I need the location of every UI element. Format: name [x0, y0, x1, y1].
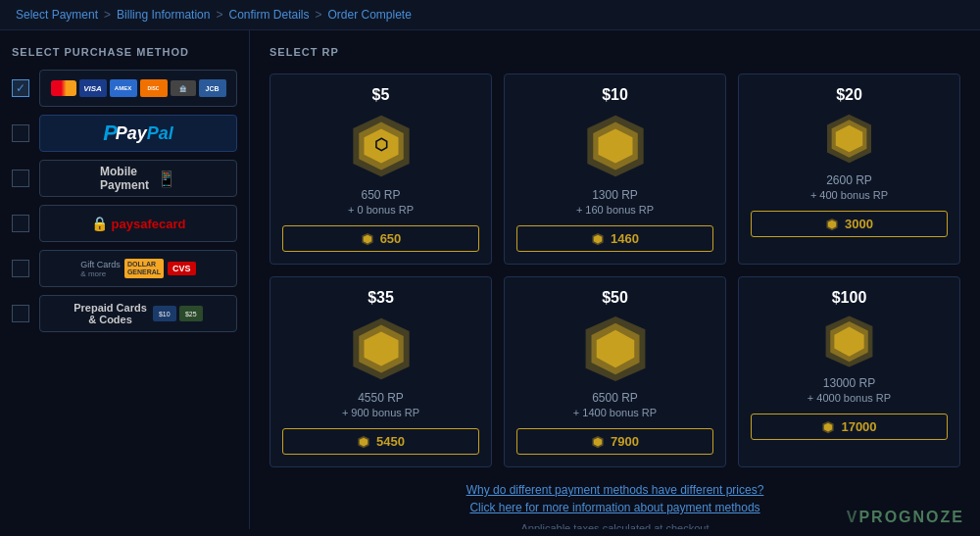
rp-card-10[interactable]: $10 1300 RP + 160 bonus RP 1460 — [504, 73, 726, 265]
prepaid-label: Prepaid Cards& Codes — [74, 302, 147, 325]
paypal-label: PayPal — [116, 123, 173, 144]
sidebar-title: SELECT PURCHASE METHOD — [12, 46, 237, 58]
payment-option-mobile: MobilePayment 📱 — [12, 160, 237, 197]
rp-btn-icon-100 — [821, 420, 835, 434]
breadcrumb: Select Payment > Billing Information > C… — [0, 0, 980, 30]
main-container: SELECT PURCHASE METHOD VISA AMEX DISC 🏦 … — [0, 30, 980, 529]
content-title: SELECT RP — [270, 46, 960, 58]
payment-checkbox-prepaid[interactable] — [12, 305, 29, 322]
rp-bonus-10: + 160 bonus RP — [516, 204, 713, 216]
rp-icon-10 — [581, 112, 650, 180]
rp-select-btn-35[interactable]: 5450 — [282, 428, 479, 455]
rp-amount-5: 650 RP — [282, 188, 479, 202]
payment-checkbox-cards[interactable] — [12, 79, 29, 97]
rp-amount-20: 2600 RP — [751, 173, 948, 187]
rp-price-100: $100 — [751, 289, 948, 307]
paysafe-label: paysafecard — [112, 217, 186, 231]
rp-card-5[interactable]: $5 ⬡ 650 RP + 0 bonus RP 6 — [270, 73, 492, 265]
watermark-text: VPROGNOZE — [847, 509, 964, 525]
rp-bonus-100: + 4000 bonus RP — [751, 392, 948, 404]
breadcrumb-confirm[interactable]: Confirm Details — [228, 8, 309, 22]
payment-btn-paysafe[interactable]: 🔒 paysafecard — [39, 205, 237, 242]
rp-bonus-50: + 1400 bonus RP — [516, 407, 713, 418]
rp-card-50[interactable]: $50 6500 RP + 1400 bonus RP 7900 — [504, 276, 726, 467]
rp-price-10: $10 — [516, 86, 713, 104]
rp-btn-icon-35 — [357, 435, 370, 449]
rp-total-value-10: 1460 — [611, 231, 639, 246]
rp-price-50: $50 — [516, 289, 713, 307]
rp-icon-100 — [822, 315, 876, 368]
payment-option-cards: VISA AMEX DISC 🏦 JCB — [12, 70, 237, 107]
rp-total-value-20: 3000 — [845, 217, 873, 231]
visa-icon: VISA — [79, 79, 107, 97]
payment-option-paysafe: 🔒 paysafecard — [12, 205, 237, 242]
payment-btn-mobile[interactable]: MobilePayment 📱 — [39, 160, 237, 197]
rp-price-5: $5 — [282, 86, 479, 104]
payment-btn-giftcards[interactable]: Gift Cards & more DOLLARGENERAL CVS — [39, 250, 237, 287]
mobile-icon: 📱 — [157, 170, 176, 188]
rp-icon-5: ⬡ — [347, 112, 416, 180]
rp-select-btn-10[interactable]: 1460 — [516, 225, 713, 252]
rp-price-35: $35 — [282, 289, 479, 307]
maestro-icon: 🏦 — [171, 80, 196, 96]
rp-bonus-20: + 400 bonus RP — [751, 189, 948, 201]
rp-card-100[interactable]: $100 13000 RP + 4000 bonus RP 17000 — [738, 276, 960, 467]
rp-btn-icon-10 — [591, 232, 605, 246]
rp-card-20[interactable]: $20 2600 RP + 400 bonus RP 3000 — [738, 73, 960, 265]
breadcrumb-billing[interactable]: Billing Information — [117, 8, 210, 22]
payment-checkbox-mobile[interactable] — [12, 170, 29, 187]
payment-checkbox-paypal[interactable] — [12, 124, 29, 142]
prepaid-card-images: $10 $25 — [153, 306, 203, 321]
breadcrumb-select-payment[interactable]: Select Payment — [16, 8, 98, 22]
payment-checkbox-paysafe[interactable] — [12, 215, 29, 232]
rp-total-value-50: 7900 — [611, 434, 639, 449]
discover-icon: DISC — [140, 79, 168, 97]
rp-bonus-35: + 900 bonus RP — [282, 407, 479, 418]
rp-bonus-5: + 0 bonus RP — [282, 204, 479, 216]
rp-select-btn-5[interactable]: 650 — [282, 225, 479, 252]
rp-icon-35 — [347, 315, 416, 383]
rp-icon-20 — [822, 112, 876, 166]
rp-select-btn-100[interactable]: 17000 — [751, 414, 948, 440]
pricing-info-link[interactable]: Why do different payment methods have di… — [270, 483, 960, 497]
prepaid-card-img-1: $10 — [153, 306, 176, 321]
paysafe-lock-icon: 🔒 — [91, 216, 108, 231]
amex-icon: AMEX — [110, 79, 137, 97]
dollar-general-badge: DOLLARGENERAL — [124, 259, 164, 277]
rp-btn-icon-5 — [361, 232, 374, 246]
prepaid-card-img-2: $25 — [179, 306, 203, 321]
payment-btn-cards[interactable]: VISA AMEX DISC 🏦 JCB — [39, 70, 237, 107]
payment-option-giftcards: Gift Cards & more DOLLARGENERAL CVS — [12, 250, 237, 287]
rp-select-btn-20[interactable]: 3000 — [751, 211, 948, 237]
rp-total-value-5: 650 — [380, 231, 402, 246]
payment-option-paypal: P PayPal — [12, 115, 237, 152]
payment-option-prepaid: Prepaid Cards& Codes $10 $25 — [12, 295, 237, 332]
card-icons: VISA AMEX DISC 🏦 JCB — [51, 79, 226, 97]
rp-price-20: $20 — [751, 86, 948, 104]
rp-grid: $5 ⬡ 650 RP + 0 bonus RP 6 — [270, 73, 960, 467]
payment-btn-prepaid[interactable]: Prepaid Cards& Codes $10 $25 — [39, 295, 237, 332]
content-area: SELECT RP $5 ⬡ 650 RP + 0 bonus RP — [250, 30, 980, 529]
rp-icon-50 — [581, 315, 650, 383]
cvs-badge: CVS — [168, 262, 196, 275]
breadcrumb-sep-3: > — [316, 8, 322, 22]
rp-amount-35: 4550 RP — [282, 391, 479, 405]
watermark: VPROGNOZE — [847, 509, 964, 526]
payment-btn-paypal[interactable]: P PayPal — [39, 115, 237, 152]
gift-cards-text: Gift Cards & more — [80, 260, 121, 278]
rp-amount-10: 1300 RP — [516, 188, 713, 202]
rp-total-value-35: 5450 — [376, 434, 405, 449]
rp-btn-icon-20 — [825, 218, 839, 231]
rp-total-value-100: 17000 — [841, 419, 876, 434]
rp-amount-50: 6500 RP — [516, 391, 713, 405]
breadcrumb-sep-2: > — [216, 8, 222, 22]
rp-select-btn-50[interactable]: 7900 — [516, 428, 713, 455]
jcb-icon: JCB — [199, 79, 226, 97]
rp-card-35[interactable]: $35 4550 RP + 900 bonus RP 5450 — [270, 276, 492, 467]
giftcard-content: Gift Cards & more DOLLARGENERAL CVS — [80, 259, 195, 277]
rp-btn-icon-50 — [591, 435, 605, 449]
sidebar: SELECT PURCHASE METHOD VISA AMEX DISC 🏦 … — [0, 30, 250, 529]
breadcrumb-sep-1: > — [104, 8, 111, 22]
breadcrumb-order-complete[interactable]: Order Complete — [328, 8, 412, 22]
payment-checkbox-giftcards[interactable] — [12, 260, 29, 277]
